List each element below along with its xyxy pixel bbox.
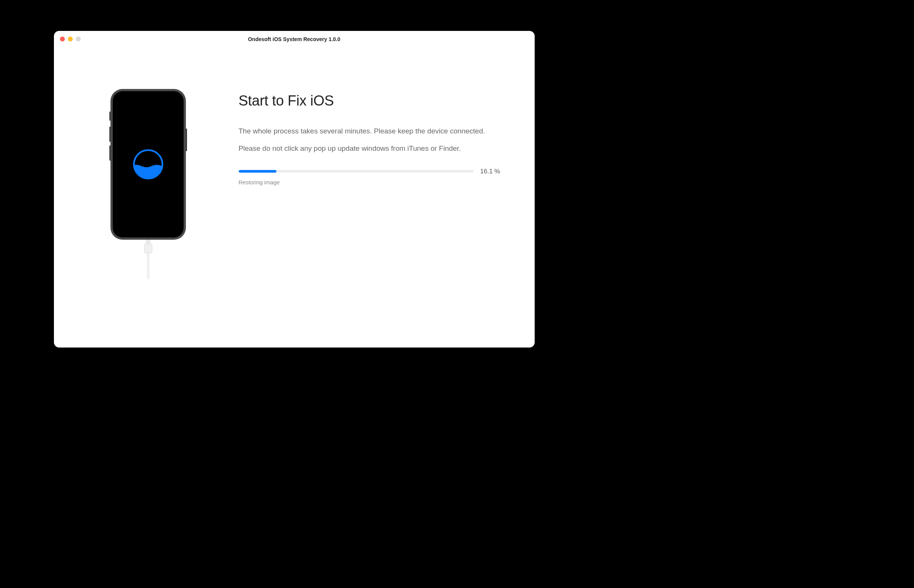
app-window: Ondesoft iOS System Recovery 1.0.0 <box>54 31 535 347</box>
titlebar: Ondesoft iOS System Recovery 1.0.0 <box>54 31 535 47</box>
phone-side-button <box>109 111 110 121</box>
phone-screen <box>113 91 184 237</box>
device-illustration-pane <box>76 81 220 325</box>
cable-tip <box>146 240 150 244</box>
progress-percent: 16.1 % <box>480 168 501 175</box>
progress-bar <box>239 170 474 173</box>
phone-frame <box>110 89 186 240</box>
phone-side-button <box>109 127 110 142</box>
close-button[interactable] <box>60 37 65 42</box>
page-title: Start to Fix iOS <box>239 93 501 109</box>
cable-icon <box>144 240 152 279</box>
traffic-lights <box>60 37 81 42</box>
water-fill-icon <box>131 147 165 181</box>
description-text-2: Please do not click any pop up update wi… <box>239 143 501 154</box>
cable-cord <box>147 253 149 279</box>
cable-plug <box>144 244 152 253</box>
phone-side-button <box>109 145 110 161</box>
progress-row: 16.1 % <box>239 168 501 175</box>
description-text-1: The whole process takes several minutes.… <box>239 126 501 137</box>
maximize-button[interactable] <box>76 37 81 42</box>
window-title: Ondesoft iOS System Recovery 1.0.0 <box>54 36 535 42</box>
phone-illustration <box>110 89 186 279</box>
content-area: Start to Fix iOS The whole process takes… <box>54 47 535 347</box>
phone-notch <box>131 91 165 99</box>
minimize-button[interactable] <box>68 37 73 42</box>
progress-fill <box>239 170 277 173</box>
phone-side-button <box>186 129 187 151</box>
main-pane: Start to Fix iOS The whole process takes… <box>239 81 512 325</box>
progress-status: Restoring image <box>239 179 501 186</box>
